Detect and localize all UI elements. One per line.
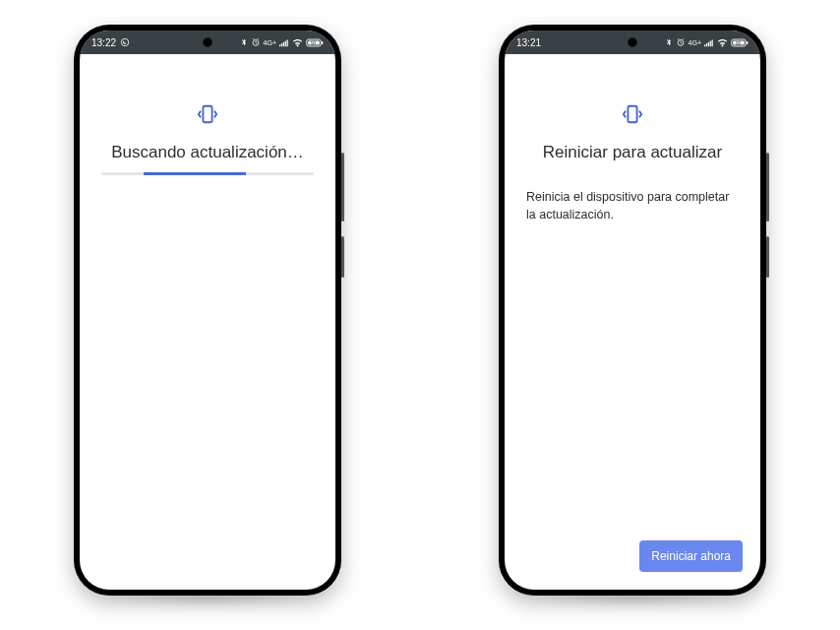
svg-rect-22 [628, 106, 636, 123]
volume-button [341, 153, 344, 221]
front-camera [628, 37, 637, 47]
svg-rect-11 [203, 106, 211, 123]
signal-icon [279, 38, 289, 47]
volume-button [766, 153, 769, 221]
phone-mock-right: 13:21 4G+ 90 [499, 25, 766, 596]
status-bar: 13:22 4G+ [80, 31, 335, 54]
battery-icon: 90 [306, 38, 324, 47]
restart-now-button[interactable]: Reiniciar ahora [639, 540, 743, 572]
front-camera [203, 37, 212, 47]
svg-rect-19 [747, 41, 748, 44]
wifi-icon [292, 38, 303, 47]
svg-rect-8 [322, 41, 323, 44]
svg-rect-3 [281, 43, 282, 46]
battery-icon: 90 [731, 38, 749, 47]
svg-rect-14 [706, 43, 707, 46]
svg-rect-15 [708, 41, 709, 45]
svg-rect-13 [704, 44, 705, 46]
svg-point-0 [121, 38, 129, 46]
svg-rect-6 [287, 39, 288, 46]
bluetooth-icon [240, 37, 248, 47]
svg-rect-5 [285, 40, 286, 46]
svg-text:90: 90 [736, 40, 742, 45]
screen-content: Buscando actualización… [80, 54, 335, 590]
signal-icon [704, 38, 714, 47]
page-description: Reinicia el dispositivo para completar l… [526, 188, 739, 223]
network-label: 4G+ [689, 39, 701, 46]
screen-left: 13:22 4G+ [80, 31, 335, 590]
bluetooth-icon [665, 37, 673, 47]
power-button [341, 236, 344, 278]
power-button [766, 236, 769, 278]
screen-right: 13:21 4G+ 90 [505, 31, 760, 590]
status-time: 13:21 [516, 37, 541, 48]
system-update-icon [622, 103, 643, 129]
network-label: 4G+ [264, 39, 276, 46]
svg-text:90: 90 [311, 40, 317, 45]
whatsapp-icon [120, 37, 130, 47]
svg-rect-2 [279, 44, 280, 46]
status-bar: 13:21 4G+ 90 [505, 31, 760, 54]
svg-rect-17 [712, 39, 713, 46]
phone-mock-left: 13:22 4G+ [74, 25, 341, 596]
alarm-icon [676, 37, 686, 47]
page-title: Reiniciar para actualizar [526, 143, 739, 162]
screen-content: Reiniciar para actualizar Reinicia el di… [505, 54, 760, 590]
progress-bar [101, 172, 314, 175]
svg-rect-16 [710, 40, 711, 46]
wifi-icon [717, 38, 728, 47]
status-time: 13:22 [91, 37, 116, 48]
svg-rect-4 [283, 41, 284, 45]
alarm-icon [251, 37, 261, 47]
system-update-icon [197, 103, 218, 129]
page-title: Buscando actualización… [101, 143, 314, 162]
